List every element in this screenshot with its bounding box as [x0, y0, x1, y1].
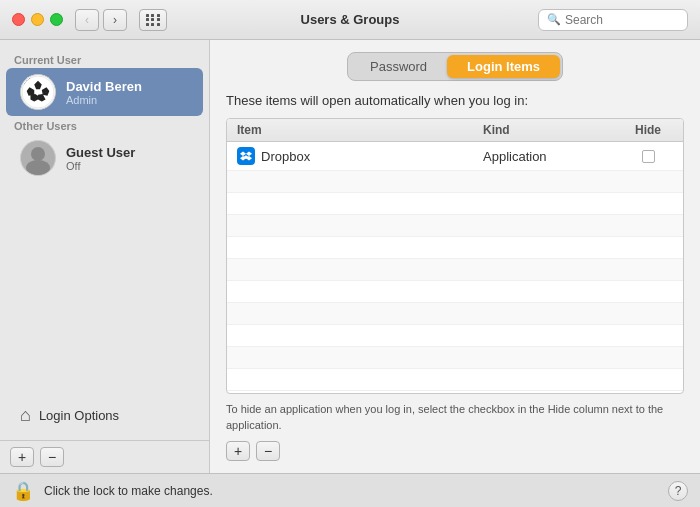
sidebar-item-david[interactable]: David Beren Admin: [6, 68, 203, 116]
column-header-kind: Kind: [483, 123, 623, 137]
empty-row: [227, 347, 683, 369]
chevron-right-icon: ›: [113, 13, 117, 27]
current-user-section-label: Current User: [0, 50, 209, 68]
user-role-guest: Off: [66, 160, 135, 172]
empty-row: [227, 171, 683, 193]
search-input[interactable]: [565, 13, 679, 27]
user-name-david: David Beren: [66, 79, 142, 94]
sidebar-bottom-bar: + −: [0, 440, 209, 473]
description-text: These items will open automatically when…: [226, 93, 684, 108]
sidebar-add-button[interactable]: +: [10, 447, 34, 467]
tabs: Password Login Items: [226, 52, 684, 81]
table-row[interactable]: Dropbox Application: [227, 142, 683, 171]
login-options-row[interactable]: ⌂ Login Options: [6, 397, 203, 434]
item-name-dropbox: Dropbox: [261, 149, 310, 164]
forward-button[interactable]: ›: [103, 9, 127, 31]
chevron-left-icon: ‹: [85, 13, 89, 27]
empty-row: [227, 303, 683, 325]
grid-view-button[interactable]: [139, 9, 167, 31]
sidebar: Current User David Beren Admin Other Use…: [0, 40, 210, 473]
window-title: Users & Groups: [301, 12, 400, 27]
login-options-label: Login Options: [39, 408, 119, 423]
tab-password[interactable]: Password: [350, 55, 447, 78]
minimize-button[interactable]: [31, 13, 44, 26]
titlebar: ‹ › Users & Groups 🔍: [0, 0, 700, 40]
user-role-david: Admin: [66, 94, 142, 106]
login-table: Item Kind Hide: [226, 118, 684, 394]
table-cell-kind: Application: [483, 149, 623, 164]
empty-row: [227, 281, 683, 303]
traffic-lights: [12, 13, 63, 26]
empty-row: [227, 369, 683, 391]
other-users-section-label: Other Users: [0, 116, 209, 134]
empty-row: [227, 215, 683, 237]
main-area: Current User David Beren Admin Other Use…: [0, 40, 700, 473]
help-button[interactable]: ?: [668, 481, 688, 501]
maximize-button[interactable]: [50, 13, 63, 26]
table-cell-item: Dropbox: [237, 147, 483, 165]
sidebar-remove-button[interactable]: −: [40, 447, 64, 467]
back-button[interactable]: ‹: [75, 9, 99, 31]
avatar-guest: [20, 140, 56, 176]
avatar-david: [20, 74, 56, 110]
table-body: Dropbox Application: [227, 142, 683, 391]
tab-password-label: Password: [370, 59, 427, 74]
dropbox-icon: [237, 147, 255, 165]
tab-container: Password Login Items: [347, 52, 563, 81]
table-cell-hide: [623, 150, 673, 163]
empty-row: [227, 193, 683, 215]
empty-row: [227, 325, 683, 347]
sidebar-item-guest[interactable]: Guest User Off: [6, 134, 203, 182]
user-info-guest: Guest User Off: [66, 145, 135, 172]
hide-checkbox-dropbox[interactable]: [642, 150, 655, 163]
search-icon: 🔍: [547, 13, 561, 26]
lock-status-text: Click the lock to make changes.: [44, 484, 213, 498]
grid-icon: [146, 14, 161, 26]
svg-point-6: [31, 147, 45, 161]
house-icon: ⌂: [20, 405, 31, 426]
column-header-hide: Hide: [623, 123, 673, 137]
content-add-button[interactable]: +: [226, 441, 250, 461]
statusbar: 🔒 Click the lock to make changes. ?: [0, 473, 700, 507]
empty-row: [227, 237, 683, 259]
search-bar[interactable]: 🔍: [538, 9, 688, 31]
tab-login-items[interactable]: Login Items: [447, 55, 560, 78]
tab-login-items-label: Login Items: [467, 59, 540, 74]
content-remove-button[interactable]: −: [256, 441, 280, 461]
content-panel: Password Login Items These items will op…: [210, 40, 700, 473]
nav-buttons: ‹ ›: [75, 9, 127, 31]
user-name-guest: Guest User: [66, 145, 135, 160]
footer-note: To hide an application when you log in, …: [226, 402, 684, 433]
close-button[interactable]: [12, 13, 25, 26]
user-info-david: David Beren Admin: [66, 79, 142, 106]
empty-row: [227, 259, 683, 281]
svg-point-7: [26, 160, 50, 175]
content-bottom-bar: + −: [226, 441, 684, 461]
column-header-item: Item: [237, 123, 483, 137]
lock-icon[interactable]: 🔒: [12, 480, 34, 502]
table-header: Item Kind Hide: [227, 119, 683, 142]
